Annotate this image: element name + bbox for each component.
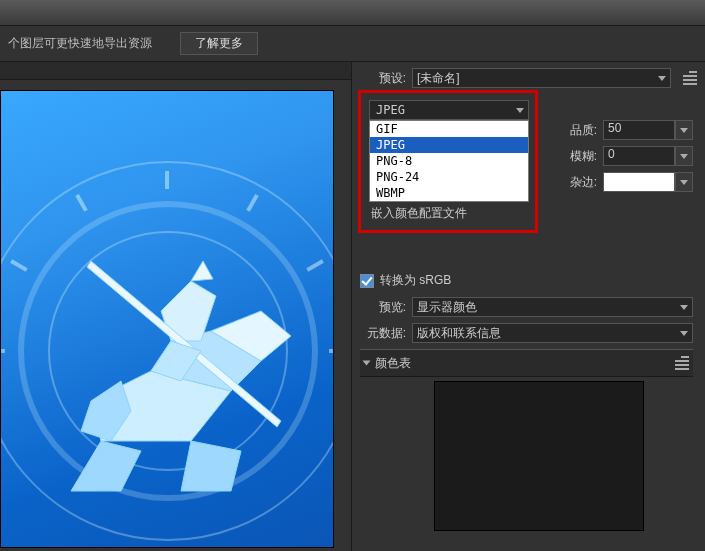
format-highlight-box: JPEG GIF JPEG PNG-8 PNG-24 WBMP 嵌入颜色配置文件 xyxy=(358,90,538,233)
format-selected: JPEG xyxy=(376,103,405,117)
format-select[interactable]: JPEG xyxy=(369,100,529,120)
color-table[interactable] xyxy=(434,381,644,531)
blur-stepper[interactable] xyxy=(675,146,693,166)
hint-text: 个图层可更快速地导出资源 xyxy=(8,35,152,52)
format-option-wbmp[interactable]: WBMP xyxy=(370,185,528,201)
chevron-down-icon xyxy=(680,331,688,336)
quality-label: 品质: xyxy=(563,122,597,139)
preset-select[interactable]: [未命名] xyxy=(412,68,671,88)
chevron-down-icon xyxy=(516,108,524,113)
preview-label: 预览: xyxy=(360,299,406,316)
chevron-down-icon xyxy=(658,76,666,81)
convert-srgb-checkbox[interactable]: 转换为 sRGB xyxy=(360,272,693,289)
embed-profile-checkbox-label[interactable]: 嵌入颜色配置文件 xyxy=(369,205,527,222)
convert-srgb-label: 转换为 sRGB xyxy=(380,272,451,289)
chevron-down-icon xyxy=(680,154,688,159)
chevron-down-icon xyxy=(680,128,688,133)
matte-label: 杂边: xyxy=(563,174,597,191)
matte-stepper[interactable] xyxy=(675,172,693,192)
matte-swatch[interactable] xyxy=(603,172,675,192)
hud-tick-icon xyxy=(165,171,169,189)
format-option-png24[interactable]: PNG-24 xyxy=(370,169,528,185)
preview-tabstrip[interactable] xyxy=(0,62,351,80)
preview-pane xyxy=(0,62,352,551)
chevron-down-icon xyxy=(680,305,688,310)
format-option-jpeg[interactable]: JPEG xyxy=(370,137,528,153)
preview-select[interactable]: 显示器颜色 xyxy=(412,297,693,317)
preview-value: 显示器颜色 xyxy=(417,299,477,316)
hint-bar: 个图层可更快速地导出资源 了解更多 xyxy=(0,26,705,62)
learn-more-button[interactable]: 了解更多 xyxy=(180,32,258,55)
quality-stepper[interactable] xyxy=(675,120,693,140)
metadata-select[interactable]: 版权和联系信息 xyxy=(412,323,693,343)
swatches-area xyxy=(360,377,693,537)
hud-ring-icon xyxy=(48,231,288,471)
window-titlebar xyxy=(0,0,705,26)
hud-tick-icon xyxy=(0,349,5,353)
blur-label: 模糊: xyxy=(563,148,597,165)
disclosure-triangle-icon xyxy=(363,361,371,366)
metadata-label: 元数据: xyxy=(360,325,406,342)
image-preview[interactable] xyxy=(0,90,334,548)
format-option-png8[interactable]: PNG-8 xyxy=(370,153,528,169)
preset-value: [未命名] xyxy=(417,70,460,87)
metadata-value: 版权和联系信息 xyxy=(417,325,501,342)
preset-label: 预设: xyxy=(360,70,406,87)
quality-input[interactable]: 50 xyxy=(603,120,675,140)
format-dropdown: GIF JPEG PNG-8 PNG-24 WBMP xyxy=(369,120,529,202)
hud-tick-icon xyxy=(329,349,334,353)
settings-pane: 预设: [未命名] JPEG GIF JPEG PNG-8 PNG-24 WBM… xyxy=(352,62,705,551)
chevron-down-icon xyxy=(680,180,688,185)
swatches-header[interactable]: 颜色表 xyxy=(360,349,693,377)
format-option-gif[interactable]: GIF xyxy=(370,121,528,137)
blur-input[interactable]: 0 xyxy=(603,146,675,166)
preset-menu-button[interactable] xyxy=(677,68,697,88)
swatches-menu-button[interactable] xyxy=(669,353,689,373)
checkbox-icon xyxy=(360,274,374,288)
swatches-title: 颜色表 xyxy=(375,355,411,372)
